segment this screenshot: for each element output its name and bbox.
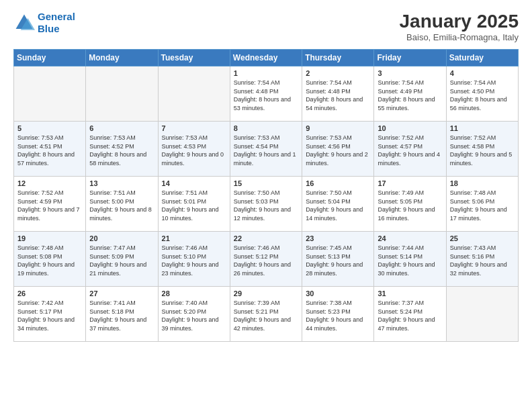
calendar-day-9: 9Sunrise: 7:53 AM Sunset: 4:56 PM Daylig… <box>302 122 374 177</box>
calendar-day-23: 23Sunrise: 7:45 AM Sunset: 5:13 PM Dayli… <box>302 232 374 287</box>
day-number: 21 <box>162 234 226 242</box>
calendar-week-5: 26Sunrise: 7:42 AM Sunset: 5:17 PM Dayli… <box>14 287 519 342</box>
day-info: Sunrise: 7:48 AM Sunset: 5:06 PM Dayligh… <box>450 189 515 222</box>
calendar-day-17: 17Sunrise: 7:49 AM Sunset: 5:05 PM Dayli… <box>374 177 446 232</box>
day-info: Sunrise: 7:52 AM Sunset: 4:59 PM Dayligh… <box>17 189 82 222</box>
day-info: Sunrise: 7:53 AM Sunset: 4:54 PM Dayligh… <box>234 134 298 167</box>
day-info: Sunrise: 7:54 AM Sunset: 4:49 PM Dayligh… <box>378 79 442 112</box>
calendar-table: SundayMondayTuesdayWednesdayThursdayFrid… <box>13 49 519 342</box>
day-info: Sunrise: 7:53 AM Sunset: 4:51 PM Dayligh… <box>17 134 82 167</box>
day-number: 17 <box>378 179 442 187</box>
column-header-monday: Monday <box>86 50 158 66</box>
calendar-day-29: 29Sunrise: 7:39 AM Sunset: 5:21 PM Dayli… <box>230 287 302 342</box>
day-info: Sunrise: 7:37 AM Sunset: 5:24 PM Dayligh… <box>378 299 442 332</box>
header: General Blue January 2025 Baiso, Emilia-… <box>13 11 519 42</box>
day-number: 30 <box>306 289 370 298</box>
day-info: Sunrise: 7:54 AM Sunset: 4:50 PM Dayligh… <box>450 79 515 112</box>
logo: General Blue <box>13 11 75 35</box>
day-number: 3 <box>378 69 442 77</box>
calendar-day-7: 7Sunrise: 7:53 AM Sunset: 4:53 PM Daylig… <box>158 122 230 177</box>
calendar-day-11: 11Sunrise: 7:52 AM Sunset: 4:58 PM Dayli… <box>446 122 518 177</box>
day-info: Sunrise: 7:52 AM Sunset: 4:57 PM Dayligh… <box>378 134 442 167</box>
day-number: 28 <box>162 289 226 298</box>
day-number: 12 <box>17 179 82 187</box>
calendar-day-15: 15Sunrise: 7:50 AM Sunset: 5:03 PM Dayli… <box>230 177 302 232</box>
calendar-day-26: 26Sunrise: 7:42 AM Sunset: 5:17 PM Dayli… <box>14 287 86 342</box>
day-info: Sunrise: 7:54 AM Sunset: 4:48 PM Dayligh… <box>234 79 298 112</box>
day-info: Sunrise: 7:44 AM Sunset: 5:14 PM Dayligh… <box>378 244 442 277</box>
calendar-day-1: 1Sunrise: 7:54 AM Sunset: 4:48 PM Daylig… <box>230 66 302 122</box>
day-info: Sunrise: 7:43 AM Sunset: 5:16 PM Dayligh… <box>450 244 515 277</box>
calendar-week-2: 5Sunrise: 7:53 AM Sunset: 4:51 PM Daylig… <box>14 122 519 177</box>
calendar-day-12: 12Sunrise: 7:52 AM Sunset: 4:59 PM Dayli… <box>14 177 86 232</box>
day-number: 5 <box>17 124 82 132</box>
day-number: 11 <box>450 124 515 132</box>
day-number: 15 <box>234 179 298 187</box>
calendar-day-27: 27Sunrise: 7:41 AM Sunset: 5:18 PM Dayli… <box>86 287 158 342</box>
day-number: 20 <box>89 234 154 242</box>
calendar-day-30: 30Sunrise: 7:38 AM Sunset: 5:23 PM Dayli… <box>302 287 374 342</box>
calendar-week-4: 19Sunrise: 7:48 AM Sunset: 5:08 PM Dayli… <box>14 232 519 287</box>
day-number: 29 <box>234 289 298 298</box>
day-info: Sunrise: 7:49 AM Sunset: 5:05 PM Dayligh… <box>378 189 442 222</box>
day-number: 18 <box>450 179 515 187</box>
day-number: 1 <box>234 69 298 77</box>
day-info: Sunrise: 7:45 AM Sunset: 5:13 PM Dayligh… <box>306 244 370 277</box>
day-number: 4 <box>450 69 515 77</box>
calendar-day-24: 24Sunrise: 7:44 AM Sunset: 5:14 PM Dayli… <box>374 232 446 287</box>
calendar-day-31: 31Sunrise: 7:37 AM Sunset: 5:24 PM Dayli… <box>374 287 446 342</box>
calendar-day-28: 28Sunrise: 7:40 AM Sunset: 5:20 PM Dayli… <box>158 287 230 342</box>
calendar-day-2: 2Sunrise: 7:54 AM Sunset: 4:48 PM Daylig… <box>302 66 374 122</box>
day-info: Sunrise: 7:39 AM Sunset: 5:21 PM Dayligh… <box>234 299 298 332</box>
calendar-day-18: 18Sunrise: 7:48 AM Sunset: 5:06 PM Dayli… <box>446 177 518 232</box>
calendar-empty <box>158 66 230 122</box>
calendar-day-8: 8Sunrise: 7:53 AM Sunset: 4:54 PM Daylig… <box>230 122 302 177</box>
calendar-day-22: 22Sunrise: 7:46 AM Sunset: 5:12 PM Dayli… <box>230 232 302 287</box>
day-info: Sunrise: 7:41 AM Sunset: 5:18 PM Dayligh… <box>89 299 154 332</box>
day-number: 24 <box>378 234 442 242</box>
day-info: Sunrise: 7:48 AM Sunset: 5:08 PM Dayligh… <box>17 244 82 277</box>
day-info: Sunrise: 7:38 AM Sunset: 5:23 PM Dayligh… <box>306 299 370 332</box>
column-header-friday: Friday <box>374 50 446 66</box>
day-number: 2 <box>306 69 370 77</box>
column-header-sunday: Sunday <box>14 50 86 66</box>
day-info: Sunrise: 7:51 AM Sunset: 5:01 PM Dayligh… <box>162 189 226 222</box>
day-number: 22 <box>234 234 298 242</box>
day-info: Sunrise: 7:46 AM Sunset: 5:10 PM Dayligh… <box>162 244 226 277</box>
calendar-day-13: 13Sunrise: 7:51 AM Sunset: 5:00 PM Dayli… <box>86 177 158 232</box>
day-number: 14 <box>162 179 226 187</box>
day-info: Sunrise: 7:46 AM Sunset: 5:12 PM Dayligh… <box>234 244 298 277</box>
location: Baiso, Emilia-Romagna, Italy <box>400 32 519 42</box>
calendar-day-21: 21Sunrise: 7:46 AM Sunset: 5:10 PM Dayli… <box>158 232 230 287</box>
calendar-day-3: 3Sunrise: 7:54 AM Sunset: 4:49 PM Daylig… <box>374 66 446 122</box>
day-info: Sunrise: 7:50 AM Sunset: 5:03 PM Dayligh… <box>234 189 298 222</box>
calendar-empty <box>14 66 86 122</box>
column-header-saturday: Saturday <box>446 50 518 66</box>
column-header-wednesday: Wednesday <box>230 50 302 66</box>
calendar-day-14: 14Sunrise: 7:51 AM Sunset: 5:01 PM Dayli… <box>158 177 230 232</box>
day-number: 25 <box>450 234 515 242</box>
title-block: January 2025 Baiso, Emilia-Romagna, Ital… <box>400 11 519 42</box>
calendar-week-1: 1Sunrise: 7:54 AM Sunset: 4:48 PM Daylig… <box>14 66 519 122</box>
day-number: 8 <box>234 124 298 132</box>
calendar-week-3: 12Sunrise: 7:52 AM Sunset: 4:59 PM Dayli… <box>14 177 519 232</box>
day-number: 7 <box>162 124 226 132</box>
day-number: 23 <box>306 234 370 242</box>
calendar-day-19: 19Sunrise: 7:48 AM Sunset: 5:08 PM Dayli… <box>14 232 86 287</box>
column-header-thursday: Thursday <box>302 50 374 66</box>
calendar-empty <box>86 66 158 122</box>
day-info: Sunrise: 7:42 AM Sunset: 5:17 PM Dayligh… <box>17 299 82 332</box>
calendar-day-6: 6Sunrise: 7:53 AM Sunset: 4:52 PM Daylig… <box>86 122 158 177</box>
logo-icon <box>13 12 35 34</box>
calendar-day-4: 4Sunrise: 7:54 AM Sunset: 4:50 PM Daylig… <box>446 66 518 122</box>
day-info: Sunrise: 7:51 AM Sunset: 5:00 PM Dayligh… <box>89 189 154 222</box>
calendar-day-20: 20Sunrise: 7:47 AM Sunset: 5:09 PM Dayli… <box>86 232 158 287</box>
logo-general: General <box>38 11 75 22</box>
day-number: 16 <box>306 179 370 187</box>
day-info: Sunrise: 7:53 AM Sunset: 4:53 PM Dayligh… <box>162 134 226 167</box>
calendar-day-16: 16Sunrise: 7:50 AM Sunset: 5:04 PM Dayli… <box>302 177 374 232</box>
day-number: 10 <box>378 124 442 132</box>
logo-blue: Blue <box>38 23 60 34</box>
day-info: Sunrise: 7:40 AM Sunset: 5:20 PM Dayligh… <box>162 299 226 332</box>
day-info: Sunrise: 7:50 AM Sunset: 5:04 PM Dayligh… <box>306 189 370 222</box>
